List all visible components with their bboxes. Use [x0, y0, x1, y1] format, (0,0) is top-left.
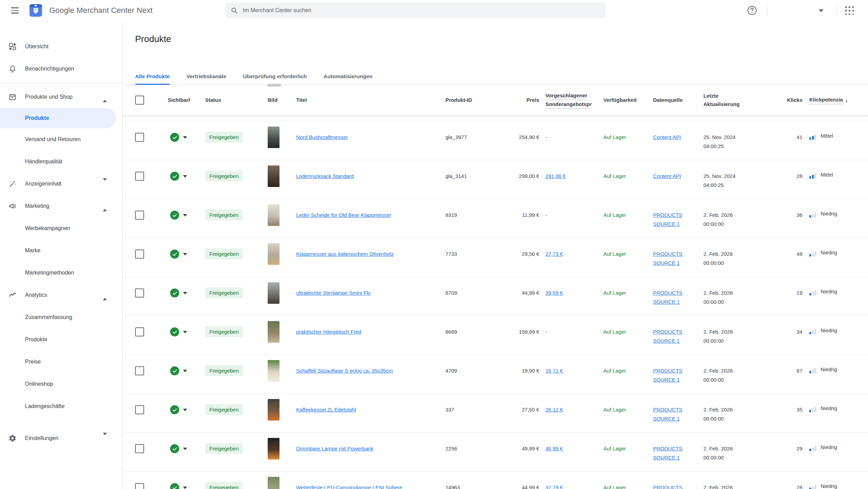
product-title-link[interactable]: Leder Scheide für Old Bear Klappmesser: [296, 212, 391, 218]
account-switcher-caret-icon[interactable]: [819, 9, 824, 12]
data-source-link[interactable]: PRODUCTS: [653, 405, 682, 414]
suggested-price-link[interactable]: 37,79 €: [545, 483, 563, 489]
search-bar[interactable]: [225, 3, 606, 18]
visibility-caret-icon[interactable]: [183, 214, 187, 217]
product-title-link[interactable]: Wetterfeste LED-Campinglampe LENI Sphere: [296, 484, 402, 489]
visibility-approved-icon[interactable]: [170, 327, 179, 336]
data-source-link[interactable]: SOURCE 1: [653, 298, 680, 307]
row-checkbox[interactable]: [135, 405, 144, 414]
tab-vertriebskanäle[interactable]: Vertriebskanäle: [186, 68, 226, 85]
suggested-price-link[interactable]: 16,71 €: [545, 366, 563, 375]
sidebar-item-preise[interactable]: Preise: [0, 351, 122, 373]
visibility-caret-icon[interactable]: [183, 487, 187, 489]
menu-icon[interactable]: [10, 7, 19, 14]
row-checkbox[interactable]: [135, 211, 144, 220]
data-source-link[interactable]: PRODUCTS: [653, 366, 682, 375]
visibility-caret-icon[interactable]: [183, 136, 187, 139]
sidebar-item-uebersicht[interactable]: Übersicht: [0, 35, 122, 58]
search-input[interactable]: [243, 7, 600, 14]
data-source-link[interactable]: Content API: [653, 133, 681, 142]
visibility-caret-icon[interactable]: [183, 448, 187, 450]
sort-descending-icon: ↓: [845, 96, 848, 104]
data-source-link[interactable]: SOURCE 1: [653, 375, 680, 384]
row-checkbox[interactable]: [135, 133, 144, 142]
product-title-link[interactable]: ultraleichte Stirnlampe Smini Fly: [296, 290, 370, 296]
visibility-approved-icon[interactable]: [170, 250, 179, 259]
data-source-link[interactable]: PRODUCTS: [653, 444, 682, 453]
visibility-caret-icon[interactable]: [183, 331, 187, 333]
sidebar-item-benachrichtigungen[interactable]: Benachrichtigungen: [0, 58, 122, 80]
sidebar-item-marke[interactable]: Marke: [0, 239, 122, 262]
data-source-link[interactable]: SOURCE 1: [653, 220, 680, 229]
suggested-price-link[interactable]: 281,06 €: [545, 172, 566, 181]
row-checkbox[interactable]: [135, 483, 144, 489]
apps-grid-icon[interactable]: [845, 6, 854, 15]
sidebar-item-marketing[interactable]: Marketing: [0, 195, 122, 217]
tab-überprüfung-erforderlich[interactable]: Überprüfung erforderlich: [243, 68, 307, 85]
col-header-suggested-price[interactable]: Vorgeschlagener Sonderangebotspr: [539, 91, 599, 109]
sidebar-item-onlineshop[interactable]: Onlineshop: [0, 373, 122, 395]
row-checkbox[interactable]: [135, 444, 144, 453]
topbar-divider: [837, 4, 837, 17]
sidebar-item-zusammenfassung[interactable]: Zusammenfassung: [0, 306, 122, 328]
visibility-caret-icon[interactable]: [183, 370, 187, 372]
sidebar-item-einstellungen[interactable]: Einstellungen: [0, 427, 122, 449]
visibility-approved-icon[interactable]: [170, 366, 179, 375]
tab-alle-produkte[interactable]: Alle Produkte: [135, 68, 170, 85]
visibility-caret-icon[interactable]: [183, 253, 187, 255]
data-source-link[interactable]: PRODUCTS: [653, 211, 682, 220]
visibility-approved-icon[interactable]: [170, 405, 179, 414]
visibility-approved-icon[interactable]: [170, 483, 179, 489]
row-checkbox[interactable]: [135, 250, 144, 259]
visibility-approved-icon[interactable]: [170, 288, 179, 298]
product-title-link[interactable]: Kaffeekessel 2L Edelstahl: [296, 407, 356, 413]
select-all-checkbox[interactable]: [135, 96, 144, 105]
visibility-caret-icon[interactable]: [183, 409, 187, 411]
product-title-link[interactable]: praktischer Hängetisch Fred: [296, 329, 361, 335]
data-source-link[interactable]: SOURCE 1: [653, 453, 680, 462]
suggested-price-link[interactable]: 39,59 €: [545, 288, 563, 298]
sidebar-item-produkte[interactable]: Produkte: [0, 108, 116, 128]
sidebar-item-versand-und-retouren[interactable]: Versand und Retouren: [0, 128, 122, 150]
data-source-link[interactable]: PRODUCTS: [653, 288, 682, 298]
visibility-approved-icon[interactable]: [170, 172, 179, 181]
sidebar-item-ladengeschaefte[interactable]: Ladengeschäfte: [0, 395, 122, 417]
row-checkbox[interactable]: [135, 366, 144, 375]
sidebar-item-analytics-produkte[interactable]: Produkte: [0, 328, 122, 351]
sidebar-item-anzeigeninhalt[interactable]: Anzeigeninhalt: [0, 173, 122, 195]
visibility-caret-icon[interactable]: [183, 292, 187, 294]
product-title-link[interactable]: Schaffell Sitzauflage S eckig ca. 35x35c…: [296, 368, 393, 374]
horizontal-scrollbar-thumb[interactable]: [267, 84, 281, 87]
product-title-link[interactable]: Nord Bushcraftmesser: [296, 134, 348, 140]
sidebar-item-marketingmethoden[interactable]: Marketingmethoden: [0, 262, 122, 284]
visibility-approved-icon[interactable]: [170, 444, 179, 453]
data-source-link[interactable]: SOURCE 1: [653, 336, 680, 345]
row-checkbox[interactable]: [135, 172, 144, 181]
sidebar-item-analytics[interactable]: Analytics: [0, 284, 122, 306]
help-icon[interactable]: [747, 6, 757, 15]
click-potential-label: Niedrig: [821, 483, 837, 489]
product-title-link[interactable]: Dimmbare Lampe mit Powerbank: [296, 446, 374, 451]
row-checkbox[interactable]: [135, 288, 144, 298]
data-source-link[interactable]: PRODUCTS: [653, 250, 682, 259]
sidebar-item-haendlerqualitaet[interactable]: Händlerqualität: [0, 150, 122, 173]
product-title-link[interactable]: Lodenrucksack Standard: [296, 173, 354, 179]
tab-automatisierungen[interactable]: Automatisierungen: [324, 68, 373, 85]
data-source-link[interactable]: SOURCE 1: [653, 259, 680, 268]
data-source-link[interactable]: PRODUCTS: [653, 483, 682, 489]
col-header-click-potential[interactable]: Klickpotenzia ↓: [802, 96, 868, 104]
data-source-link[interactable]: SOURCE 1: [653, 414, 680, 423]
sidebar-item-produkte-und-shop[interactable]: Produkte und Shop: [0, 86, 122, 108]
sidebar-item-werbekampagnen[interactable]: Werbekampagnen: [0, 217, 122, 239]
visibility-approved-icon[interactable]: [170, 133, 179, 142]
suggested-price-link[interactable]: 27,73 €: [545, 250, 563, 259]
suggested-price-link[interactable]: 26,12 €: [545, 405, 563, 414]
product-title-link[interactable]: Klappmesser aus italienischem Olivenholz: [296, 251, 394, 257]
suggested-price-link[interactable]: 46,99 €: [545, 444, 563, 453]
visibility-approved-icon[interactable]: [170, 211, 179, 220]
data-source-link[interactable]: PRODUCTS: [653, 327, 682, 336]
sidebar-nav: Übersicht Benachrichtigungen Produkte un…: [0, 21, 123, 489]
row-checkbox[interactable]: [135, 327, 144, 336]
visibility-caret-icon[interactable]: [183, 175, 187, 178]
data-source-link[interactable]: Content API: [653, 172, 681, 181]
